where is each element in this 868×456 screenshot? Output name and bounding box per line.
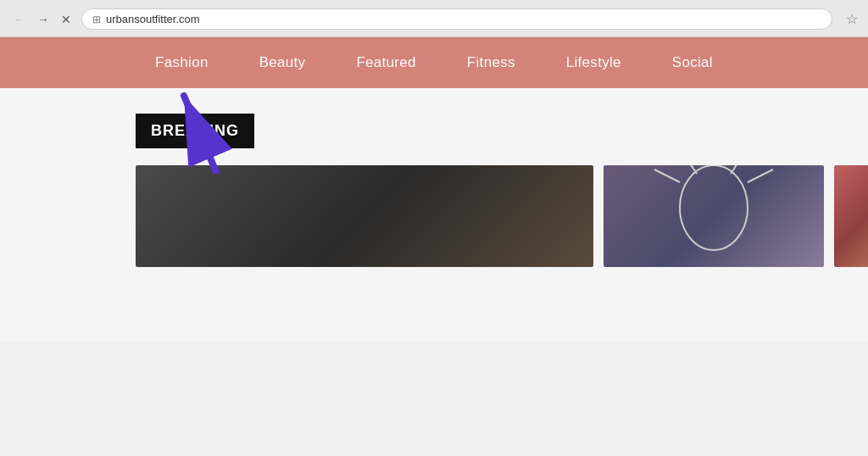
nav-item-featured[interactable]: Featured — [356, 54, 415, 71]
nav-link-beauty[interactable]: Beauty — [259, 54, 306, 70]
nav-link-social[interactable]: Social — [672, 54, 713, 70]
thumbnail-third[interactable] — [834, 165, 868, 267]
browser-nav: ← → ✕ — [10, 11, 75, 28]
nav-link-fitness[interactable]: Fitness — [467, 54, 515, 70]
nav-item-fashion[interactable]: Fashion — [155, 54, 209, 71]
bookmark-button[interactable]: ☆ — [846, 11, 858, 27]
nav-link-featured[interactable]: Featured — [356, 54, 415, 70]
browser-window: ← → ✕ ⊞ urbansoutfitter.com ☆ Fashion Be… — [0, 0, 868, 342]
back-button[interactable]: ← — [10, 12, 29, 27]
nav-link-fashion[interactable]: Fashion — [155, 54, 209, 70]
reload-button[interactable]: ✕ — [58, 11, 75, 28]
nav-item-lifestyle[interactable]: Lifestyle — [566, 54, 621, 71]
forward-button[interactable]: → — [34, 12, 53, 27]
url-text: urbansoutfitter.com — [106, 13, 200, 25]
nav-bar: Fashion Beauty Featured Fitness Lifestyl… — [0, 37, 868, 88]
thumbnails-row — [136, 165, 732, 267]
browser-chrome: ← → ✕ ⊞ urbansoutfitter.com ☆ — [0, 0, 868, 37]
breaking-badge: BREAKING — [136, 114, 254, 148]
address-bar[interactable]: ⊞ urbansoutfitter.com — [81, 8, 832, 30]
thumbnail-main[interactable] — [136, 165, 593, 267]
nav-items: Fashion Beauty Featured Fitness Lifestyl… — [155, 54, 713, 71]
nav-link-lifestyle[interactable]: Lifestyle — [566, 54, 621, 70]
website-content: Fashion Beauty Featured Fitness Lifestyl… — [0, 37, 868, 342]
site-icon: ⊞ — [92, 14, 101, 25]
nav-item-social[interactable]: Social — [672, 54, 713, 71]
page-content: BREAKING — [0, 88, 868, 342]
nav-item-beauty[interactable]: Beauty — [259, 54, 306, 71]
nav-item-fitness[interactable]: Fitness — [467, 54, 515, 71]
thumbnail-secondary[interactable] — [604, 165, 824, 267]
